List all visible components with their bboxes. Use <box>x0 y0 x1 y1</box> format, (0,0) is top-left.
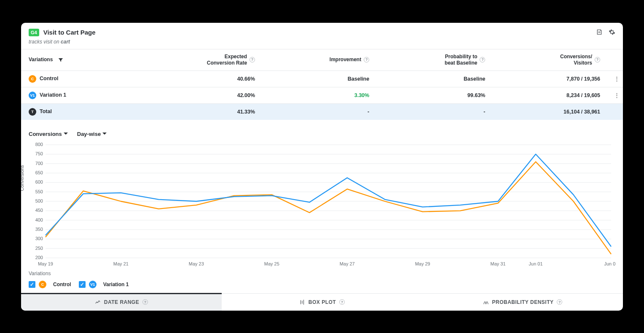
chart-legend: Variations ✓ C Control ✓ V1 Variation 1 <box>21 269 623 293</box>
line-chart-icon <box>95 299 101 305</box>
help-icon[interactable]: ? <box>339 299 345 305</box>
svg-text:550: 550 <box>35 189 43 194</box>
svg-text:Jun 01: Jun 01 <box>529 261 543 266</box>
variation-dot-total: T <box>29 108 36 116</box>
help-icon[interactable]: ? <box>595 57 600 62</box>
checkbox-icon[interactable]: ✓ <box>29 281 35 288</box>
col-probability: Probability tobeat Baseline? <box>377 49 493 70</box>
tab-probability-density[interactable]: PROBABILITY DENSITY ? <box>422 294 623 311</box>
col-conversion-rate: ExpectedConversion Rate? <box>131 49 263 70</box>
table-row-total: TTotal 41.33% - - 16,104 / 38,961 <box>21 103 623 120</box>
table-row: V1Variation 1 42.00% 3.30% 99.63% 8,234 … <box>21 87 623 103</box>
box-plot-icon <box>299 299 305 305</box>
svg-text:300: 300 <box>35 236 43 241</box>
help-icon[interactable]: ? <box>250 57 255 62</box>
tab-date-range[interactable]: DATE RANGE ? <box>21 294 222 311</box>
granularity-dropdown[interactable]: Day-wise <box>77 131 107 137</box>
legend-title: Variations <box>29 271 615 276</box>
chart-container: Conversions 2002503003504004505005506006… <box>21 139 623 269</box>
col-conversions-visitors: Conversions/Visitors? <box>493 49 608 70</box>
report-panel: G4 Visit to Cart Page tracks visit on ca… <box>21 23 623 311</box>
metric-dropdown[interactable]: Conversions <box>29 131 68 137</box>
svg-text:May 21: May 21 <box>113 261 129 266</box>
svg-text:500: 500 <box>35 198 43 203</box>
chart-controls: Conversions Day-wise <box>21 120 623 139</box>
panel-header: G4 Visit to Cart Page <box>21 23 623 39</box>
svg-text:May 19: May 19 <box>38 261 53 266</box>
panel-subtitle: tracks visit on cart <box>21 39 623 49</box>
svg-text:350: 350 <box>35 226 43 231</box>
density-icon <box>483 299 489 305</box>
variation-dot-v1: V1 <box>29 92 36 99</box>
table-row: CControl 40.66% Baseline Baseline 7,870 … <box>21 70 623 87</box>
svg-text:450: 450 <box>35 208 43 213</box>
svg-text:200: 200 <box>35 254 43 260</box>
legend-item-variation1[interactable]: ✓ V1 Variation 1 <box>79 281 129 288</box>
checkbox-icon[interactable]: ✓ <box>79 281 86 288</box>
legend-item-control[interactable]: ✓ C Control <box>29 281 71 288</box>
col-improvement: Improvement? <box>263 49 377 70</box>
conversions-chart: 200250300350400450500550600650700750800M… <box>29 141 615 268</box>
tab-box-plot[interactable]: BOX PLOT ? <box>222 294 422 311</box>
svg-text:650: 650 <box>35 170 43 175</box>
svg-text:400: 400 <box>35 217 43 222</box>
svg-text:Jun 03: Jun 03 <box>604 261 615 266</box>
svg-text:800: 800 <box>35 141 43 146</box>
variation-dot-control: C <box>29 75 36 83</box>
variations-table: Variations ExpectedConversion Rate? Impr… <box>21 49 623 120</box>
svg-text:700: 700 <box>35 160 43 165</box>
chart-view-tabs: DATE RANGE ? BOX PLOT ? PROBABILITY DENS… <box>21 293 623 311</box>
gear-icon[interactable] <box>609 29 615 35</box>
col-variations[interactable]: Variations <box>21 49 131 70</box>
row-menu-icon[interactable]: ⋮ <box>608 87 623 103</box>
row-menu-icon[interactable]: ⋮ <box>608 70 623 87</box>
y-axis-label: Conversions <box>21 165 24 191</box>
help-icon[interactable]: ? <box>142 299 148 305</box>
svg-text:750: 750 <box>35 151 43 156</box>
svg-text:May 23: May 23 <box>189 261 204 266</box>
variation-dot-v1: V1 <box>89 281 97 288</box>
svg-text:May 29: May 29 <box>415 261 430 266</box>
svg-text:600: 600 <box>35 179 43 184</box>
svg-text:May 25: May 25 <box>264 261 279 266</box>
svg-text:May 31: May 31 <box>491 261 506 266</box>
variation-dot-control: C <box>39 281 46 288</box>
svg-text:May 27: May 27 <box>340 261 355 266</box>
goal-badge: G4 <box>29 29 39 36</box>
help-icon[interactable]: ? <box>480 57 485 62</box>
panel-title: Visit to Cart Page <box>43 29 96 36</box>
help-icon[interactable]: ? <box>364 57 369 62</box>
notes-icon[interactable] <box>596 29 603 35</box>
filter-icon[interactable] <box>58 57 64 63</box>
svg-text:250: 250 <box>35 245 43 250</box>
help-icon[interactable]: ? <box>557 299 562 305</box>
